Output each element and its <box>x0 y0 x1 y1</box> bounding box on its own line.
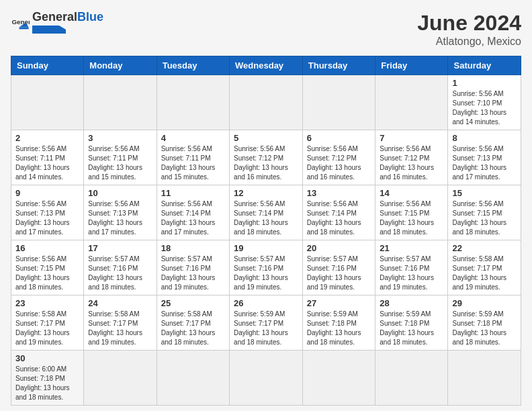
calendar-cell-w5-d5 <box>375 351 448 406</box>
calendar-cell-w1-d6: 8Sunrise: 5:56 AM Sunset: 7:13 PM Daylig… <box>448 130 521 185</box>
calendar-cell-w2-d3: 12Sunrise: 5:56 AM Sunset: 7:14 PM Dayli… <box>230 185 303 240</box>
day-info: Sunrise: 5:56 AM Sunset: 7:14 PM Dayligh… <box>161 199 225 237</box>
calendar-cell-w5-d1 <box>84 351 157 406</box>
day-info: Sunrise: 5:56 AM Sunset: 7:11 PM Dayligh… <box>88 144 152 182</box>
weekday-header-monday: Monday <box>84 56 157 75</box>
calendar-cell-w2-d4: 13Sunrise: 5:56 AM Sunset: 7:14 PM Dayli… <box>302 185 375 240</box>
calendar-cell-w2-d2: 11Sunrise: 5:56 AM Sunset: 7:14 PM Dayli… <box>157 185 229 240</box>
day-number: 18 <box>161 243 225 253</box>
calendar-cell-w5-d0: 30Sunrise: 6:00 AM Sunset: 7:18 PM Dayli… <box>11 351 84 406</box>
calendar-week-1: 2Sunrise: 5:56 AM Sunset: 7:11 PM Daylig… <box>11 130 521 185</box>
day-info: Sunrise: 5:56 AM Sunset: 7:14 PM Dayligh… <box>307 199 371 237</box>
logo: General GeneralBlue <box>11 11 103 36</box>
day-info: Sunrise: 5:58 AM Sunset: 7:17 PM Dayligh… <box>15 310 79 347</box>
day-info: Sunrise: 5:59 AM Sunset: 7:17 PM Dayligh… <box>234 310 298 347</box>
day-info: Sunrise: 5:58 AM Sunset: 7:17 PM Dayligh… <box>88 310 152 347</box>
day-info: Sunrise: 5:56 AM Sunset: 7:12 PM Dayligh… <box>307 144 371 182</box>
day-info: Sunrise: 5:58 AM Sunset: 7:17 PM Dayligh… <box>161 310 225 347</box>
calendar-cell-w3-d4: 20Sunrise: 5:57 AM Sunset: 7:16 PM Dayli… <box>302 240 375 295</box>
calendar-cell-w0-d2 <box>157 75 229 130</box>
svg-rect-2 <box>19 27 29 29</box>
day-number: 27 <box>307 298 371 308</box>
day-number: 6 <box>307 133 371 143</box>
day-number: 23 <box>15 298 79 308</box>
calendar-cell-w3-d0: 16Sunrise: 5:56 AM Sunset: 7:15 PM Dayli… <box>11 240 84 295</box>
day-info: Sunrise: 5:58 AM Sunset: 7:17 PM Dayligh… <box>452 255 517 292</box>
calendar-cell-w0-d5 <box>375 75 448 130</box>
day-number: 21 <box>380 243 443 253</box>
day-number: 8 <box>452 133 517 143</box>
day-number: 25 <box>161 298 225 308</box>
day-number: 11 <box>161 188 225 198</box>
calendar-cell-w2-d6: 15Sunrise: 5:56 AM Sunset: 7:15 PM Dayli… <box>448 185 521 240</box>
day-info: Sunrise: 5:56 AM Sunset: 7:11 PM Dayligh… <box>161 144 225 182</box>
day-info: Sunrise: 5:57 AM Sunset: 7:16 PM Dayligh… <box>161 255 225 292</box>
day-info: Sunrise: 5:56 AM Sunset: 7:12 PM Dayligh… <box>380 144 443 182</box>
logo-blue: Blue <box>77 10 103 24</box>
weekday-header-tuesday: Tuesday <box>157 56 229 75</box>
day-number: 17 <box>88 243 152 253</box>
calendar-cell-w2-d1: 10Sunrise: 5:56 AM Sunset: 7:13 PM Dayli… <box>84 185 157 240</box>
calendar-week-3: 16Sunrise: 5:56 AM Sunset: 7:15 PM Dayli… <box>11 240 521 295</box>
day-number: 1 <box>452 78 517 88</box>
day-number: 3 <box>88 133 152 143</box>
calendar-week-2: 9Sunrise: 5:56 AM Sunset: 7:13 PM Daylig… <box>11 185 521 240</box>
calendar-cell-w5-d3 <box>230 351 303 406</box>
day-info: Sunrise: 5:56 AM Sunset: 7:15 PM Dayligh… <box>15 255 79 292</box>
calendar-cell-w1-d0: 2Sunrise: 5:56 AM Sunset: 7:11 PM Daylig… <box>11 130 84 185</box>
calendar-cell-w4-d5: 28Sunrise: 5:59 AM Sunset: 7:18 PM Dayli… <box>375 295 448 351</box>
calendar-week-0: 1Sunrise: 5:56 AM Sunset: 7:10 PM Daylig… <box>11 75 521 130</box>
calendar-cell-w3-d2: 18Sunrise: 5:57 AM Sunset: 7:16 PM Dayli… <box>157 240 229 295</box>
day-number: 4 <box>161 133 225 143</box>
day-info: Sunrise: 5:56 AM Sunset: 7:12 PM Dayligh… <box>234 144 298 182</box>
calendar-week-4: 23Sunrise: 5:58 AM Sunset: 7:17 PM Dayli… <box>11 295 521 351</box>
day-info: Sunrise: 5:59 AM Sunset: 7:18 PM Dayligh… <box>307 310 371 347</box>
page-header: General GeneralBlue June 2024 Atlatongo,… <box>11 11 521 48</box>
calendar-cell-w1-d5: 7Sunrise: 5:56 AM Sunset: 7:12 PM Daylig… <box>375 130 448 185</box>
weekday-header-saturday: Saturday <box>448 56 521 75</box>
day-number: 28 <box>380 298 443 308</box>
calendar-cell-w1-d2: 4Sunrise: 5:56 AM Sunset: 7:11 PM Daylig… <box>157 130 229 185</box>
day-number: 22 <box>452 243 517 253</box>
day-info: Sunrise: 5:56 AM Sunset: 7:11 PM Dayligh… <box>15 144 79 182</box>
day-number: 2 <box>15 133 79 143</box>
location-title: Atlatongo, Mexico <box>417 36 521 48</box>
day-number: 16 <box>15 243 79 253</box>
day-info: Sunrise: 5:56 AM Sunset: 7:13 PM Dayligh… <box>15 199 79 237</box>
calendar-cell-w0-d0 <box>11 75 84 130</box>
calendar-cell-w4-d2: 25Sunrise: 5:58 AM Sunset: 7:17 PM Dayli… <box>157 295 229 351</box>
day-number: 19 <box>234 243 298 253</box>
calendar-cell-w4-d1: 24Sunrise: 5:58 AM Sunset: 7:17 PM Dayli… <box>84 295 157 351</box>
calendar-table: SundayMondayTuesdayWednesdayThursdayFrid… <box>11 56 521 406</box>
calendar-cell-w0-d4 <box>302 75 375 130</box>
calendar-cell-w2-d0: 9Sunrise: 5:56 AM Sunset: 7:13 PM Daylig… <box>11 185 84 240</box>
weekday-header-wednesday: Wednesday <box>230 56 303 75</box>
day-info: Sunrise: 5:57 AM Sunset: 7:16 PM Dayligh… <box>234 255 298 292</box>
calendar-cell-w5-d4 <box>302 351 375 406</box>
weekday-header-friday: Friday <box>375 56 448 75</box>
calendar-cell-w3-d1: 17Sunrise: 5:57 AM Sunset: 7:16 PM Dayli… <box>84 240 157 295</box>
day-info: Sunrise: 5:56 AM Sunset: 7:15 PM Dayligh… <box>452 199 517 237</box>
day-info: Sunrise: 5:59 AM Sunset: 7:18 PM Dayligh… <box>380 310 443 347</box>
day-info: Sunrise: 6:00 AM Sunset: 7:18 PM Dayligh… <box>15 365 79 402</box>
logo-icon: General <box>11 14 30 33</box>
calendar-cell-w5-d2 <box>157 351 229 406</box>
calendar-cell-w2-d5: 14Sunrise: 5:56 AM Sunset: 7:15 PM Dayli… <box>375 185 448 240</box>
logo-underline-icon <box>32 26 66 34</box>
calendar-cell-w3-d5: 21Sunrise: 5:57 AM Sunset: 7:16 PM Dayli… <box>375 240 448 295</box>
weekday-header-thursday: Thursday <box>302 56 375 75</box>
calendar-cell-w1-d4: 6Sunrise: 5:56 AM Sunset: 7:12 PM Daylig… <box>302 130 375 185</box>
calendar-cell-w1-d1: 3Sunrise: 5:56 AM Sunset: 7:11 PM Daylig… <box>84 130 157 185</box>
day-number: 7 <box>380 133 443 143</box>
day-number: 14 <box>380 188 443 198</box>
day-info: Sunrise: 5:56 AM Sunset: 7:13 PM Dayligh… <box>452 144 517 182</box>
day-info: Sunrise: 5:57 AM Sunset: 7:16 PM Dayligh… <box>88 255 152 292</box>
day-info: Sunrise: 5:56 AM Sunset: 7:13 PM Dayligh… <box>88 199 152 237</box>
day-number: 30 <box>15 353 79 363</box>
day-number: 20 <box>307 243 371 253</box>
calendar-title-block: June 2024 Atlatongo, Mexico <box>417 11 521 48</box>
month-title: June 2024 <box>417 11 521 36</box>
calendar-week-5: 30Sunrise: 6:00 AM Sunset: 7:18 PM Dayli… <box>11 351 521 406</box>
calendar-cell-w0-d6: 1Sunrise: 5:56 AM Sunset: 7:10 PM Daylig… <box>448 75 521 130</box>
calendar-cell-w4-d4: 27Sunrise: 5:59 AM Sunset: 7:18 PM Dayli… <box>302 295 375 351</box>
